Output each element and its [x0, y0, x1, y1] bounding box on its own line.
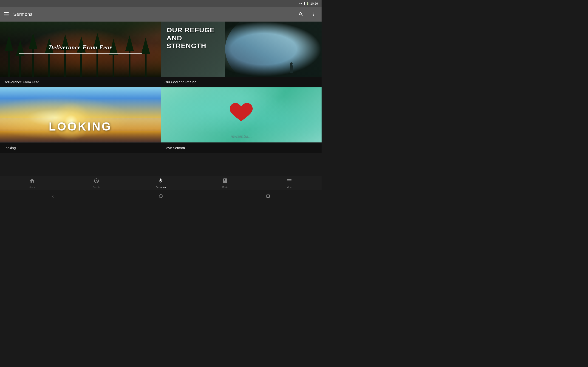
- looking-title-text: LOOKING: [49, 120, 112, 133]
- wifi-icon: ▾▾: [299, 2, 302, 5]
- nav-item-home[interactable]: Home: [0, 178, 64, 189]
- status-time: 10:26: [310, 2, 318, 5]
- content-grid: Deliverance From Fear Deliverance From F…: [0, 22, 321, 153]
- sermon-caption-deliverance: Deliverance From Fear: [0, 77, 161, 87]
- menu-button[interactable]: [4, 12, 9, 16]
- cave-dark-edge: [225, 22, 321, 77]
- sermon-card-heart[interactable]: mwamba... Love Sermon: [161, 87, 321, 153]
- sermon-thumbnail-looking: LOOKING: [0, 87, 161, 142]
- app-bar: Sermons: [0, 7, 321, 22]
- bible-icon: [222, 178, 228, 185]
- home-system-button[interactable]: [156, 192, 165, 201]
- nav-item-events[interactable]: Events: [64, 178, 129, 189]
- deliverance-overlay-text: Deliverance From Fear: [12, 44, 149, 54]
- recents-button[interactable]: [263, 192, 273, 201]
- deliverance-title-text: Deliverance From Fear: [12, 44, 149, 51]
- status-icons: ▾▾ ▐ 🔋 10:26: [299, 2, 318, 5]
- refuge-line3: STRENGTH: [166, 42, 215, 50]
- deliverance-underline: [19, 53, 142, 54]
- sermon-card-deliverance[interactable]: Deliverance From Fear Deliverance From F…: [0, 22, 161, 87]
- sermon-thumbnail-deliverance: Deliverance From Fear: [0, 22, 161, 77]
- sermon-caption-refuge: Our God and Refuge: [161, 77, 321, 87]
- sermon-card-looking[interactable]: LOOKING Looking: [0, 87, 161, 153]
- events-label: Events: [93, 186, 100, 189]
- sermon-list: Deliverance From Fear Deliverance From F…: [0, 22, 321, 176]
- nav-item-sermons[interactable]: Sermons: [129, 178, 193, 189]
- more-icon: [287, 178, 292, 185]
- search-button[interactable]: [297, 10, 305, 18]
- sermons-label: Sermons: [156, 186, 166, 189]
- bible-label: Bible: [222, 186, 228, 189]
- status-bar: ▾▾ ▐ 🔋 10:26: [0, 0, 321, 7]
- page-title: Sermons: [13, 12, 33, 17]
- refuge-title-text: OUR REFUGE AND STRENGTH: [166, 26, 215, 50]
- signal-icon: ▐: [303, 2, 305, 5]
- heart-subtitle: mwamba...: [231, 134, 252, 139]
- app-bar-right: [297, 10, 318, 18]
- refuge-caption-text: Our God and Refuge: [164, 80, 196, 84]
- app-bar-left: Sermons: [4, 12, 33, 17]
- sermon-thumbnail-refuge: OUR REFUGE AND STRENGTH: [161, 22, 321, 77]
- heart-icon: [229, 102, 254, 126]
- bottom-nav: Home Events Sermons Bible Mo: [0, 176, 321, 190]
- refuge-line1: OUR REFUGE: [166, 26, 215, 34]
- refuge-line2: AND: [166, 34, 215, 42]
- nav-item-bible[interactable]: Bible: [193, 178, 257, 189]
- sermon-caption-heart: Love Sermon: [161, 142, 321, 153]
- sermon-card-refuge[interactable]: OUR REFUGE AND STRENGTH Our God and Refu…: [161, 22, 321, 87]
- sermons-icon: [158, 178, 164, 185]
- person-silhouette: [290, 65, 293, 73]
- home-label: Home: [29, 186, 35, 189]
- battery-icon: 🔋: [306, 2, 309, 5]
- heart-caption-text: Love Sermon: [164, 146, 185, 150]
- home-icon: [29, 178, 35, 185]
- sermon-caption-looking: Looking: [0, 142, 161, 153]
- back-button[interactable]: [49, 192, 58, 201]
- more-label: More: [286, 186, 292, 189]
- deliverance-caption-text: Deliverance From Fear: [4, 80, 39, 84]
- looking-caption-text: Looking: [4, 146, 16, 150]
- more-options-button[interactable]: [310, 10, 318, 18]
- sermon-thumbnail-heart: mwamba...: [161, 87, 321, 142]
- events-icon: [94, 178, 99, 185]
- system-nav: [0, 190, 321, 202]
- nav-item-more[interactable]: More: [257, 178, 321, 189]
